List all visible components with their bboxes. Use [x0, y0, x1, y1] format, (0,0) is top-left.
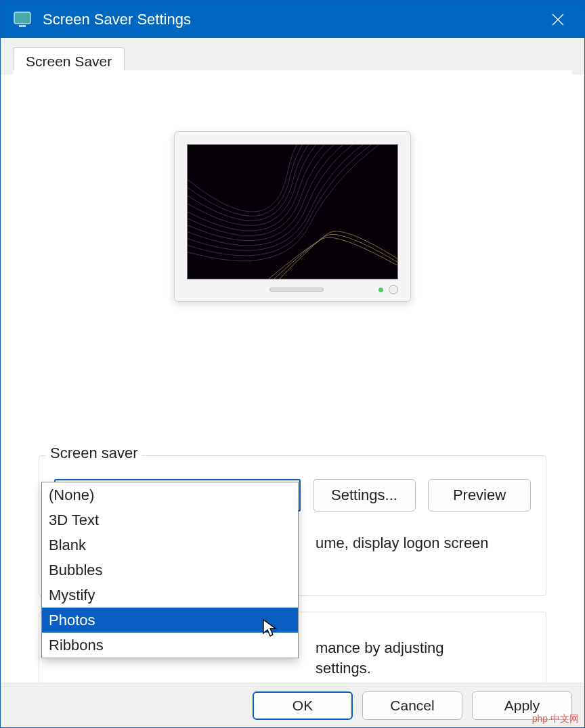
button-label: Preview	[453, 486, 506, 504]
window-title: Screen Saver Settings	[43, 11, 538, 28]
titlebar: Screen Saver Settings	[1, 1, 584, 38]
button-label: Settings...	[331, 486, 397, 504]
groupbox-legend: Screen saver	[46, 445, 142, 462]
watermark-text: php 中文网	[532, 713, 579, 725]
cancel-button[interactable]: Cancel	[362, 691, 462, 720]
dropdown-option[interactable]: Ribbons	[42, 633, 298, 658]
monitor-graphic	[174, 131, 411, 302]
logon-text-fragment: ume, display logon screen	[316, 533, 489, 553]
dropdown-option[interactable]: Photos	[42, 608, 298, 633]
dropdown-option[interactable]: Blank	[42, 532, 298, 558]
dialog-footer: OK Cancel Apply	[1, 683, 584, 727]
ok-button[interactable]: OK	[253, 691, 353, 720]
svg-rect-0	[14, 12, 30, 24]
tabstrip: Screen Saver	[1, 38, 584, 74]
dropdown-option[interactable]: (None)	[42, 482, 298, 507]
screensaver-preview	[13, 70, 572, 302]
power-text-fragment-2: settings.	[316, 658, 371, 679]
mouse-cursor-icon	[262, 618, 277, 640]
svg-rect-1	[19, 25, 26, 27]
monitor-bezel-slot	[269, 288, 324, 292]
app-icon	[13, 9, 33, 30]
power-text-fragment-1: mance by adjusting	[316, 638, 444, 658]
monitor-screen	[187, 144, 398, 279]
svg-rect-4	[188, 145, 397, 279]
button-label: Apply	[504, 698, 540, 714]
monitor-led-icon	[378, 288, 383, 292]
preview-button[interactable]: Preview	[428, 479, 531, 511]
close-button[interactable]	[538, 1, 578, 38]
button-label: OK	[292, 698, 313, 714]
dialog-window: Screen Saver Settings Screen Saver	[0, 0, 585, 728]
tab-label: Screen Saver	[26, 53, 112, 70]
client-area: Screen Saver	[1, 38, 584, 727]
screensaver-dropdown-list[interactable]: (None)3D TextBlankBubblesMystifyPhotosRi…	[41, 482, 299, 658]
dropdown-option[interactable]: Bubbles	[42, 558, 298, 583]
settings-button[interactable]: Settings...	[313, 479, 416, 511]
button-label: Cancel	[390, 698, 434, 714]
monitor-power-icon	[389, 285, 398, 294]
dropdown-option[interactable]: Mystify	[42, 583, 298, 608]
dropdown-option[interactable]: 3D Text	[42, 507, 298, 532]
